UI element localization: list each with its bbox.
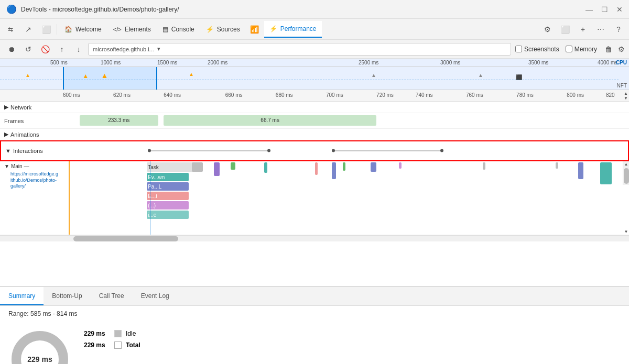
overview-ruler: 500 ms 1000 ms 1500 ms 2000 ms 2500 ms 3… xyxy=(0,60,629,67)
scroll-up-icon[interactable]: ▲ xyxy=(624,161,628,167)
vertical-scrollbar[interactable]: ▲ ▼ xyxy=(623,161,629,185)
download-btn[interactable]: ↓ xyxy=(71,42,86,57)
main-event-block[interactable]: Ev...wn xyxy=(147,173,189,181)
frames-track-label[interactable]: Frames xyxy=(0,118,63,124)
toggle-drawer-btn[interactable]: ⬜ xyxy=(557,21,573,38)
elements-icon: </> xyxy=(113,26,122,32)
donut-ms: 229 ms xyxy=(27,355,52,363)
scattered-4[interactable] xyxy=(315,162,318,175)
scroll-thumb[interactable] xyxy=(624,168,629,184)
animations-track-label[interactable]: ▶ Animations xyxy=(0,131,63,138)
frame-block-2[interactable]: 66.7 ms xyxy=(164,115,376,126)
main-parse-block[interactable]: Pa...L xyxy=(147,182,189,191)
tab-elements[interactable]: </> Elements xyxy=(108,21,156,38)
scroll-down-icon[interactable]: ▼ xyxy=(624,229,628,235)
scattered-2[interactable] xyxy=(231,162,235,170)
delete-btn[interactable]: 🗑 xyxy=(601,42,616,57)
drm-600: 600 ms xyxy=(63,92,80,98)
donut-chart: 229 ms xyxy=(8,328,71,364)
ruler-2500ms: 2500 ms xyxy=(359,60,378,65)
sources-icon: ⚡ xyxy=(206,26,214,33)
back-forward-btn[interactable]: ⇆ xyxy=(2,21,19,38)
animations-expand-icon[interactable]: ▶ xyxy=(4,131,8,138)
main-anon-block[interactable]: (...) xyxy=(147,201,189,209)
scattered-12[interactable] xyxy=(600,162,611,184)
main-extra-task[interactable] xyxy=(192,162,203,172)
url-dropdown-icon[interactable]: ▾ xyxy=(157,46,160,52)
overview-bar[interactable]: 500 ms 1000 ms 1500 ms 2000 ms 2500 ms 3… xyxy=(0,59,629,90)
interactions-track-label[interactable]: ▼ Interactions xyxy=(1,148,64,154)
frames-track-content: 233.3 ms 66.7 ms xyxy=(63,113,623,129)
network-expand-icon[interactable]: ▶ xyxy=(4,104,8,111)
add-tab-btn[interactable]: + xyxy=(574,21,591,38)
bottom-scrollbar-thumb[interactable] xyxy=(73,236,178,241)
more-options-btn[interactable]: ⋯ xyxy=(592,21,609,38)
timeline-area: 500 ms 1000 ms 1500 ms 2000 ms 2500 ms 3… xyxy=(0,59,629,286)
tab-bar: ⇆ ↗ ⬜ 🏠 Welcome </> Elements ▤ Console ⚡… xyxy=(0,19,629,40)
memory-checkbox-label[interactable]: Memory xyxy=(563,46,599,53)
total-value: 229 ms xyxy=(84,341,110,349)
main-collapse-icon[interactable]: ▼ xyxy=(4,163,9,169)
stop-btn[interactable]: 🚫 xyxy=(38,42,52,57)
summary-legend: 229 ms Idle 229 ms Total xyxy=(84,328,140,349)
network-icon[interactable]: 📶 xyxy=(246,21,263,38)
screenshots-checkbox[interactable] xyxy=(515,46,522,52)
scattered-8[interactable] xyxy=(399,162,402,169)
maximize-button[interactable]: ☐ xyxy=(601,5,608,14)
scattered-6[interactable] xyxy=(343,162,345,171)
yellow-marker xyxy=(69,161,70,235)
toolbar-settings-icon[interactable]: ⚙ xyxy=(618,45,625,53)
undock-btn[interactable]: ↗ xyxy=(20,21,37,38)
track-animations: ▶ Animations xyxy=(0,129,629,140)
scattered-5[interactable] xyxy=(332,162,337,179)
tab-sources[interactable]: ⚡ Sources xyxy=(201,21,245,38)
frame-block-1[interactable]: 233.3 ms xyxy=(80,115,158,126)
upload-btn[interactable]: ↑ xyxy=(55,42,69,57)
network-track-label[interactable]: ▶ Network xyxy=(0,104,63,111)
frame-block-1-text: 233.3 ms xyxy=(108,117,129,123)
console-icon: ▤ xyxy=(162,26,168,33)
tab-performance[interactable]: ⚡ Performance xyxy=(264,21,322,38)
frames-label-text: Frames xyxy=(4,118,24,124)
tab-separator-1 xyxy=(57,24,57,35)
ruler-500ms: 500 ms xyxy=(50,60,68,65)
blue-marker xyxy=(150,161,150,235)
bottom-tabs: Summary Bottom-Up Call Tree Event Log xyxy=(0,287,629,306)
main-task-block[interactable]: Task xyxy=(147,162,197,172)
tab-bottom-up[interactable]: Bottom-Up xyxy=(44,287,90,305)
refresh-btn[interactable]: ↺ xyxy=(21,42,36,57)
tab-summary[interactable]: Summary xyxy=(0,287,44,305)
summary-range: Range: 585 ms - 814 ms xyxy=(0,306,629,322)
memory-checkbox[interactable] xyxy=(566,46,572,52)
scattered-7[interactable] xyxy=(371,162,376,172)
settings-gear-icon[interactable]: ⚙ xyxy=(539,21,556,38)
tab-welcome[interactable]: 🏠 Welcome xyxy=(59,21,107,38)
bottom-scrollbar[interactable] xyxy=(0,235,629,241)
minimize-button[interactable]: — xyxy=(585,5,593,14)
help-btn[interactable]: ? xyxy=(610,21,627,38)
dock-btn[interactable]: ⬜ xyxy=(38,21,55,38)
close-button[interactable]: ✕ xyxy=(616,5,623,14)
tab-event-log[interactable]: Event Log xyxy=(133,287,178,305)
scattered-10[interactable] xyxy=(556,162,558,169)
scattered-9[interactable] xyxy=(483,162,485,170)
tab-console[interactable]: ▤ Console xyxy=(157,21,200,38)
total-color-box xyxy=(114,341,122,349)
tab-summary-label: Summary xyxy=(8,292,35,300)
idle-color-box xyxy=(114,330,122,337)
selection-region[interactable]: ▲ ▲ xyxy=(63,67,157,90)
network-track-content xyxy=(63,102,623,113)
main-idle-block[interactable]: i...e xyxy=(147,211,189,219)
scattered-11[interactable] xyxy=(578,162,584,179)
frame-block-2-text: 66.7 ms xyxy=(261,117,279,123)
total-label-text: Total xyxy=(126,341,140,349)
interaction-dot-2-end xyxy=(440,149,443,152)
record-btn[interactable]: ⏺ xyxy=(4,42,19,57)
main-track-label[interactable]: ▼ Main — https://microsoftedge.github.io… xyxy=(0,161,63,190)
interactions-collapse-icon[interactable]: ▼ xyxy=(5,148,11,154)
screenshots-checkbox-label[interactable]: Screenshots xyxy=(513,46,561,53)
scattered-1[interactable] xyxy=(214,162,220,176)
scattered-3[interactable] xyxy=(264,162,267,173)
tab-call-tree[interactable]: Call Tree xyxy=(91,287,133,305)
main-eval-block[interactable]: E...t xyxy=(147,192,189,200)
